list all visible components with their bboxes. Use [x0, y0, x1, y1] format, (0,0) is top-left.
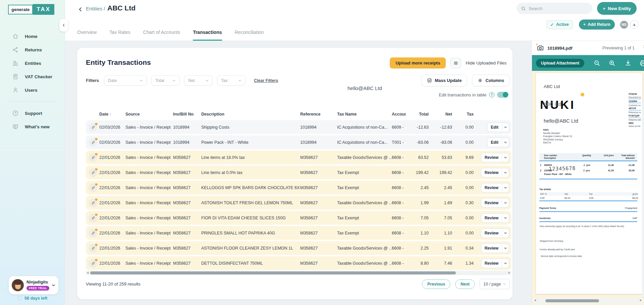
clear-filters-link[interactable]: Clear Filters	[254, 78, 278, 83]
chevron-down-icon[interactable]	[502, 186, 509, 189]
zoom-out-icon[interactable]	[593, 59, 600, 67]
sidebar-item-vat-checker[interactable]: VAT Checker	[0, 70, 65, 83]
chevron-down-icon[interactable]	[502, 231, 509, 235]
hide-uploaded-files-link[interactable]: Hide Uploaded Files	[466, 60, 506, 66]
user-avatar[interactable]: NS	[620, 20, 629, 29]
tab-reconciliation[interactable]: Reconciliation	[235, 25, 264, 41]
sidebar-item-home[interactable]: Home	[0, 30, 65, 43]
paperclip-icon[interactable]	[89, 123, 97, 132]
cell-date: 22/01/2026	[99, 246, 125, 251]
tab-transactions[interactable]: Transactions	[193, 25, 222, 41]
download-icon[interactable]	[625, 59, 632, 67]
preview-filename[interactable]: 1018994.pdf	[547, 46, 572, 51]
row-action-button[interactable]: Review	[481, 244, 509, 253]
paperclip-icon[interactable]	[89, 183, 97, 192]
cell-clip	[86, 214, 99, 222]
table-horizontal-scrollbar[interactable]	[86, 271, 511, 275]
pdf-company-overlay: ABC Ltd	[544, 101, 561, 107]
add-user-button[interactable]: +	[630, 20, 639, 29]
mass-update-button[interactable]: Mass Update	[421, 75, 467, 86]
chevron-down-icon[interactable]	[502, 262, 509, 265]
print-icon[interactable]	[639, 59, 644, 67]
preview-horizontal-scrollbar[interactable]	[533, 298, 643, 303]
next-button[interactable]: Next	[455, 279, 475, 289]
breadcrumb[interactable]: Entities /	[86, 6, 105, 11]
sidebar-item-support[interactable]: Support	[0, 106, 65, 120]
scroll-left-icon[interactable]	[87, 272, 89, 274]
scroll-left-icon[interactable]	[534, 299, 536, 301]
scrollbar-thumb[interactable]	[545, 299, 599, 302]
chevron-down-icon[interactable]	[502, 156, 509, 159]
row-action-button[interactable]: Edit	[487, 123, 509, 132]
sidebar-item-entities[interactable]: Entities	[0, 56, 65, 70]
filters-row: Filters DateTotalNetTax Clear Filters	[86, 75, 278, 86]
scroll-right-icon[interactable]	[640, 299, 642, 301]
row-action-button[interactable]: Review	[481, 259, 509, 268]
paperclip-icon[interactable]	[89, 168, 97, 177]
search-input[interactable]	[529, 6, 586, 11]
filter-date[interactable]: Date	[104, 75, 147, 86]
paperclip-icon[interactable]	[89, 153, 97, 162]
pdf-tax-col: Tax	[589, 193, 613, 195]
row-action-button[interactable]: Review	[481, 213, 509, 223]
edit-transactions-toggle[interactable]	[497, 92, 508, 98]
cell-ref: M358627	[300, 201, 337, 205]
help-icon[interactable]: ?	[489, 92, 494, 97]
chevron-down-icon[interactable]	[502, 247, 509, 250]
preview-vertical-scrollbar[interactable]	[642, 101, 644, 298]
app-logo[interactable]: generateTAX	[8, 4, 54, 15]
row-action-label: Review	[481, 231, 502, 235]
row-action-button[interactable]: Review	[481, 228, 509, 238]
chevron-down-icon[interactable]	[502, 216, 509, 220]
previous-button[interactable]: Previous	[422, 279, 450, 289]
cell-tax: 0.34	[455, 246, 476, 251]
filter-tax[interactable]: Tax	[217, 75, 246, 86]
chevron-down-icon[interactable]	[502, 141, 509, 144]
scrollbar-thumb[interactable]	[90, 271, 456, 274]
cell-ref: M358627	[300, 246, 337, 251]
chevron-down-icon[interactable]	[502, 201, 509, 205]
add-return-button[interactable]: + Add Return	[579, 19, 615, 30]
filters: DateTotalNetTax	[104, 75, 250, 86]
cell-tax_name: Tax Exempt	[337, 185, 392, 190]
paperclip-icon[interactable]	[89, 138, 97, 147]
scroll-right-icon[interactable]	[508, 272, 510, 274]
returns-icon	[12, 46, 19, 53]
col-header-date[interactable]: Date ↑	[99, 112, 125, 117]
chevron-down-icon[interactable]	[502, 126, 509, 129]
filter-total[interactable]: Total	[151, 75, 180, 86]
row-action-button[interactable]: Edit	[487, 138, 509, 147]
search-box[interactable]	[517, 3, 592, 14]
page-size-select[interactable]: 10 / page	[480, 279, 510, 289]
paperclip-icon[interactable]	[89, 229, 97, 237]
row-action-button[interactable]: Review	[481, 183, 509, 192]
zoom-in-icon[interactable]	[608, 59, 615, 67]
row-action-button[interactable]: Review	[481, 198, 509, 208]
paperclip-icon[interactable]	[89, 199, 97, 207]
chevron-down-icon[interactable]	[502, 171, 509, 174]
cell-net: 1.91	[431, 246, 455, 251]
tab-chart-of-accounts[interactable]: Chart of Accounts	[143, 25, 180, 41]
cell-desc: KELLOGGS MP SPK BARS DARK CHOCOLATE 6X21…	[201, 185, 300, 190]
upload-receipts-button[interactable]: Upload more receipts	[390, 57, 446, 69]
columns-button[interactable]: Columns	[472, 75, 510, 86]
paperclip-icon[interactable]	[89, 259, 97, 268]
new-entity-button[interactable]: + New Entity	[597, 2, 637, 15]
row-action-button[interactable]: Review	[481, 168, 509, 177]
upload-attachment-button[interactable]: Upload Attachment	[536, 59, 584, 68]
sidebar-collapse-button[interactable]	[59, 19, 68, 32]
tab-tax-rates[interactable]: Tax Rates	[109, 25, 130, 41]
row-action-button[interactable]: Review	[481, 153, 509, 162]
filter-net[interactable]: Net	[184, 75, 213, 86]
paperclip-icon[interactable]	[89, 214, 97, 222]
paperclip-icon[interactable]	[89, 244, 97, 253]
sidebar-item-what-s-new[interactable]: What's new	[0, 120, 65, 133]
list-view-button[interactable]	[450, 57, 461, 69]
sidebar-item-users[interactable]: Users	[0, 83, 65, 97]
tab-overview[interactable]: Overview	[77, 25, 97, 41]
sidebar-item-returns[interactable]: Returns	[0, 43, 65, 56]
profile-card[interactable]: Ninjadigits FREE TRIAL	[9, 276, 58, 294]
active-status-button[interactable]: ✓ Active	[546, 20, 573, 29]
cell-account: 6609 - T	[392, 125, 406, 130]
back-button[interactable]	[76, 5, 85, 13]
